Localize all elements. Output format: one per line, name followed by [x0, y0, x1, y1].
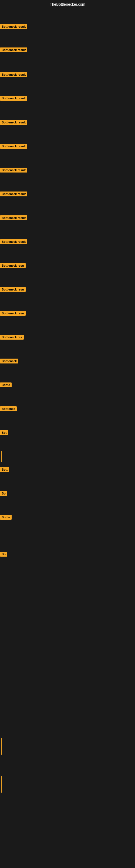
bottleneck-badge[interactable]: Bottleneck resu	[0, 311, 26, 316]
result-row: Bottleneck result	[0, 48, 27, 54]
result-row: Bottleneck result	[0, 96, 27, 102]
bottleneck-badge[interactable]: Bottleneck result	[0, 72, 27, 77]
bottleneck-badge[interactable]: Bot	[0, 430, 8, 435]
bottleneck-badge[interactable]: Bo	[0, 491, 7, 496]
result-row: Bottleneck result	[0, 120, 27, 126]
bottleneck-badge[interactable]: Bottleneck result	[0, 239, 27, 244]
bottleneck-badge[interactable]: Bottleneck result	[0, 144, 27, 149]
result-row: Bott	[0, 467, 9, 473]
bottleneck-badge[interactable]: Bottle	[0, 382, 12, 388]
vertical-line	[1, 776, 2, 793]
bottleneck-badge[interactable]: Bott	[0, 467, 9, 472]
bottleneck-badge[interactable]: Bottleneck result	[0, 191, 27, 196]
bottleneck-badge[interactable]: Bottleneck result	[0, 167, 27, 173]
result-row: Bottle	[0, 515, 12, 521]
bottleneck-badge[interactable]: Bottlenec	[0, 406, 17, 411]
result-row: Bottleneck result	[0, 167, 27, 174]
result-row: Bot	[0, 430, 8, 436]
result-row: Bo	[0, 552, 7, 558]
bottleneck-badge[interactable]: Bottleneck result	[0, 96, 27, 101]
result-row: Bottleneck resu	[0, 263, 26, 269]
bottleneck-badge[interactable]: Bottleneck resu	[0, 263, 26, 268]
result-row: Bottleneck result	[0, 24, 27, 30]
result-row: Bottleneck	[0, 359, 18, 365]
result-row: Bottleneck resu	[0, 311, 26, 317]
result-row: Bottleneck result	[0, 215, 27, 221]
vertical-line	[1, 451, 2, 462]
result-row: Bottleneck result	[0, 72, 27, 78]
result-row: Bottle	[0, 382, 12, 389]
bottleneck-badge[interactable]: Bottleneck result	[0, 24, 27, 29]
bottleneck-badge[interactable]: Bottleneck result	[0, 215, 27, 220]
result-row: Bottleneck res	[0, 335, 24, 341]
result-row: Bottleneck result	[0, 239, 27, 245]
bottleneck-badge[interactable]: Bottleneck resu	[0, 287, 26, 292]
bottleneck-badge[interactable]: Bottleneck result	[0, 48, 27, 52]
vertical-line	[1, 738, 2, 755]
result-row: Bo	[0, 491, 7, 497]
site-title: TheBottlenecker.com	[0, 0, 135, 9]
result-row: Bottleneck result	[0, 191, 27, 197]
bottleneck-badge[interactable]: Bottle	[0, 515, 12, 520]
bottleneck-badge[interactable]: Bottleneck result	[0, 120, 27, 125]
bottleneck-badge[interactable]: Bottleneck res	[0, 335, 24, 340]
bottleneck-badge[interactable]: Bottleneck	[0, 359, 18, 364]
result-row: Bottleneck resu	[0, 287, 26, 293]
bottleneck-badge[interactable]: Bo	[0, 552, 7, 557]
result-row: Bottleneck result	[0, 144, 27, 150]
result-row: Bottlenec	[0, 406, 17, 412]
